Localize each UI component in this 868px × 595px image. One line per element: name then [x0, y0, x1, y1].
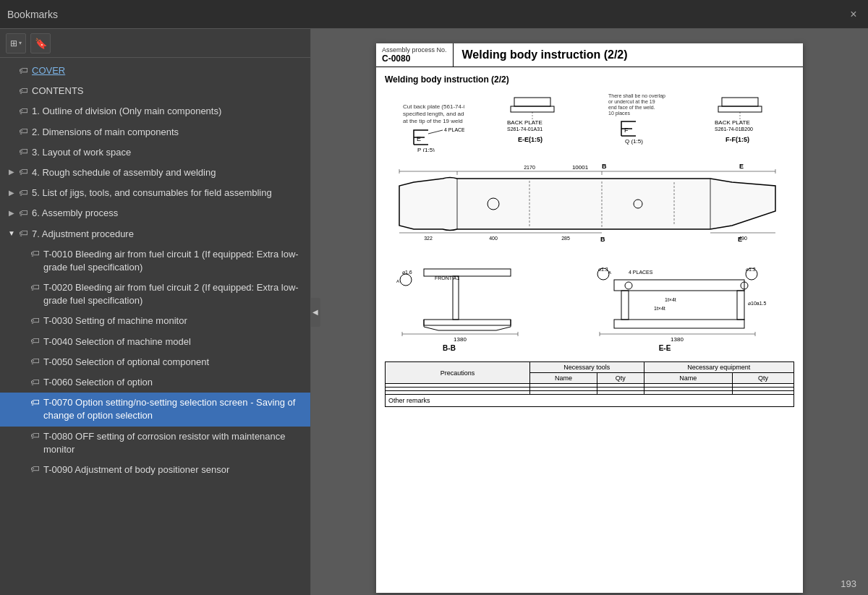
doc-process-number: Assembly process No. C-0080	[376, 43, 454, 67]
bookmark-flag-icon: 🏷	[29, 313, 41, 328]
expand-arrow-icon[interactable]: ▶	[6, 165, 17, 179]
bookmark-item-t0010[interactable]: ▶ 🏷 T-0010 Bleeding air from fuel circui…	[0, 244, 310, 278]
svg-text:F: F	[624, 127, 629, 134]
diagram-bb: ⌀1.6 A FRONT A1	[391, 262, 565, 356]
bookmark-label-t0020: T-0020 Bleeding air from fuel circuit 2 …	[41, 280, 305, 309]
diagram-q-svg: There shall be no overlap or undercut at…	[607, 90, 672, 152]
expand-arrow-icon[interactable]: ▶	[6, 205, 17, 220]
precautions-header: Precautions	[386, 362, 530, 384]
bookmark-item-2[interactable]: ▶ 🏷 2. Dimensions of main components	[0, 122, 310, 142]
other-remarks: Other remarks	[385, 395, 794, 407]
bookmark-flag-icon: 🏷	[17, 63, 29, 77]
document-viewer[interactable]: Assembly process No. C-0080 Welding body…	[311, 29, 868, 595]
panel-collapse-button[interactable]: ◀	[310, 298, 320, 327]
close-button[interactable]: ×	[846, 7, 861, 22]
bookmark-item-t0040[interactable]: ▶ 🏷 T-0040 Selection of machine model	[0, 332, 310, 352]
diagram-p: Cut back plate (561-74-02A91) to the spe…	[399, 101, 464, 152]
svg-text:E: E	[739, 163, 744, 170]
svg-text:B-B: B-B	[443, 344, 456, 352]
bookmark-item-cover[interactable]: ▶ 🏷 COVER	[0, 61, 310, 81]
bookmark-label-t0050: T-0050 Selection of optional component	[41, 354, 305, 370]
svg-text:1380: 1380	[671, 336, 684, 343]
bookmark-search-button[interactable]: 🔖	[30, 33, 51, 53]
equip-name-header: Name	[644, 373, 732, 384]
doc-main-diagram: 10001 2170 B E	[385, 160, 794, 256]
bookmark-label-t0060: T-0060 Selection of option	[41, 374, 305, 390]
bookmark-item-t0020[interactable]: ▶ 🏷 T-0020 Bleeding air from fuel circui…	[0, 278, 310, 311]
chevron-left-icon: ◀	[312, 308, 318, 316]
bookmark-label-cover: COVER	[29, 63, 305, 79]
svg-text:There shall be no overlap: There shall be no overlap	[608, 93, 665, 99]
svg-text:⌀1.3: ⌀1.3	[598, 267, 608, 272]
doc-top-diagrams: Cut back plate (561-74-02A91) to the spe…	[385, 90, 794, 152]
svg-rect-7	[514, 98, 550, 106]
bookmark-label-6: 6. Assembly process	[29, 205, 305, 221]
bookmarks-panel: ⊞ ▾ 🔖 ▶ 🏷 COVER ▶ 🏷 CONTENTS	[0, 29, 311, 595]
other-remarks-label: Other remarks	[388, 397, 430, 404]
expand-arrow-icon[interactable]: ▶	[6, 185, 17, 200]
bookmark-label-3: 3. Layout of work space	[29, 145, 305, 160]
bookmark-flag-icon: 🏷	[17, 226, 29, 241]
bookmark-item-t0070[interactable]: ▶ 🏷 T-0070 Option setting/no-setting sel…	[0, 393, 310, 426]
bookmark-item-4[interactable]: ▶ 🏷 4. Rough schedule of assembly and we…	[0, 163, 310, 183]
svg-text:4 PLACES: 4 PLACES	[444, 127, 464, 132]
svg-text:490: 490	[739, 236, 747, 241]
svg-text:B: B	[602, 163, 607, 170]
diagram-ff-svg: BACK PLATE S261-74-01B200 F-F(1:5)	[707, 90, 780, 152]
svg-text:specified length, and add rein: specified length, and add reinforcement	[403, 111, 464, 117]
bookmark-flag-icon: 🏷	[29, 247, 41, 261]
bookmark-item-contents[interactable]: ▶ 🏷 CONTENTS	[0, 81, 310, 101]
grid-view-button[interactable]: ⊞ ▾	[6, 33, 26, 53]
bookmark-flag-icon: 🏷	[29, 334, 41, 348]
bookmark-flag-icon: 🏷	[29, 354, 41, 369]
footer-row-3	[386, 391, 794, 395]
expand-arrow-icon[interactable]: ▼	[6, 226, 17, 241]
svg-text:B: B	[600, 236, 605, 243]
diagram-ee: BACK PLATE S261-74-01A31 E-E(1:5)	[500, 90, 572, 152]
svg-point-52	[400, 274, 412, 286]
tools-qty-cell-3	[597, 391, 644, 395]
svg-text:1t×4t: 1t×4t	[654, 306, 665, 311]
svg-text:A: A	[396, 279, 399, 283]
diagram-q: There shall be no overlap or undercut at…	[607, 90, 672, 152]
svg-rect-69	[614, 280, 744, 291]
svg-text:S261-74-01A31: S261-74-01A31	[507, 127, 542, 132]
bookmark-label-5: 5. List of jigs, tools, and consumables …	[29, 185, 305, 201]
main-layout: ⊞ ▾ 🔖 ▶ 🏷 COVER ▶ 🏷 CONTENTS	[0, 29, 868, 595]
svg-text:S261-74-01B200: S261-74-01B200	[715, 127, 753, 132]
bookmark-flag-icon: 🏷	[29, 374, 41, 389]
bookmark-item-t0030[interactable]: ▶ 🏷 T-0030 Setting of machine monitor	[0, 311, 310, 331]
svg-rect-73	[737, 291, 744, 320]
svg-text:Q (1:5): Q (1:5)	[625, 138, 643, 145]
bookmark-item-5[interactable]: ▶ 🏷 5. List of jigs, tools, and consumab…	[0, 183, 310, 203]
precautions-cell-3	[386, 391, 530, 395]
bookmark-label-t0070: T-0070 Option setting/no-setting selecti…	[41, 395, 305, 424]
bookmark-label-t0030: T-0030 Setting of machine monitor	[41, 313, 305, 329]
svg-text:⌀10a1.5: ⌀10a1.5	[748, 301, 767, 306]
doc-bottom-diagrams: ⌀1.6 A FRONT A1	[385, 262, 794, 356]
bookmark-item-7[interactable]: ▼ 🏷 7. Adjustment procedure	[0, 224, 310, 244]
svg-text:F-F(1:5): F-F(1:5)	[726, 136, 749, 143]
bookmark-item-t0080[interactable]: ▶ 🏷 T-0080 OFF setting of corrosion resi…	[0, 427, 310, 460]
bookmark-item-t0050[interactable]: ▶ 🏷 T-0050 Selection of optional compone…	[0, 352, 310, 372]
bookmark-item-t0060[interactable]: ▶ 🏷 T-0060 Selection of option	[0, 372, 310, 393]
bookmark-item-3[interactable]: ▶ 🏷 3. Layout of work space	[0, 142, 310, 163]
bookmark-item-t0090[interactable]: ▶ 🏷 T-0090 Adjustment of body positioner…	[0, 460, 310, 480]
bookmark-list: ▶ 🏷 COVER ▶ 🏷 CONTENTS ▶ 🏷 1. Outline of…	[0, 58, 310, 595]
bookmark-item-6[interactable]: ▶ 🏷 6. Assembly process	[0, 203, 310, 223]
svg-rect-57	[424, 320, 511, 325]
bookmark-label-7: 7. Adjustment procedure	[29, 226, 305, 242]
bookmark-flag-icon: 🏷	[17, 205, 29, 220]
svg-text:BACK PLATE: BACK PLATE	[507, 119, 542, 126]
svg-text:⌀1.3: ⌀1.3	[746, 267, 756, 272]
diagram-ee-bottom: ⌀1.3 A 4 PLACES ⌀1.3	[585, 262, 788, 356]
equip-name-cell-3	[644, 391, 732, 395]
bookmark-flag-icon: 🏷	[17, 185, 29, 200]
document-page: Assembly process No. C-0080 Welding body…	[376, 43, 803, 593]
svg-rect-74	[614, 320, 744, 328]
top-bar: Bookmarks ×	[0, 0, 868, 29]
bookmark-item-1[interactable]: ▶ 🏷 1. Outline of division (Only main co…	[0, 101, 310, 121]
svg-text:at the tip of the 19 weld 4 pl: at the tip of the 19 weld 4 places	[403, 118, 464, 124]
necessary-tools-header: Necessary tools	[530, 362, 644, 373]
bookmark-flag-icon: 🏷	[29, 280, 41, 294]
